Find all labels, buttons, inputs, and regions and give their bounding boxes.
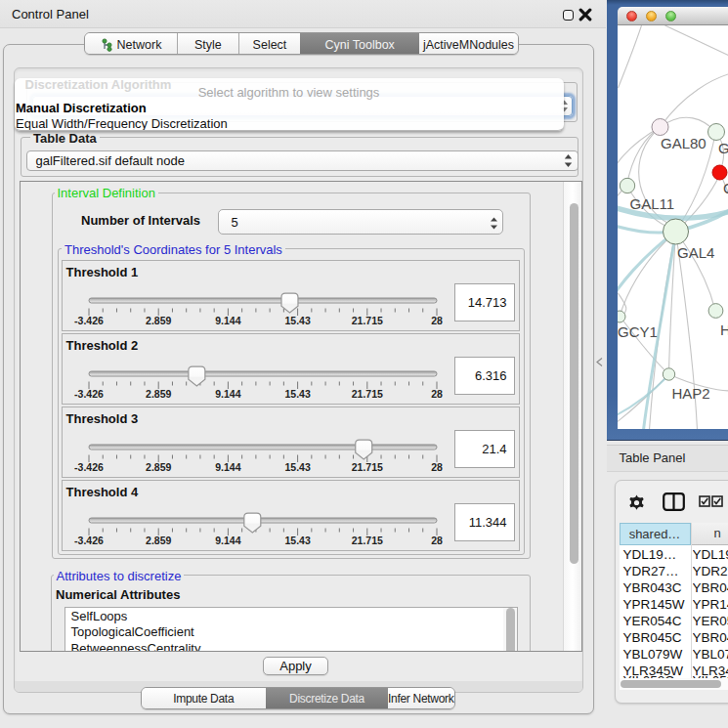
svg-text:21.715: 21.715 [352, 315, 383, 326]
svg-text:9.144: 9.144 [215, 535, 240, 546]
svg-text:C: C [723, 180, 728, 196]
svg-text:21.715: 21.715 [352, 535, 383, 546]
svg-text:GAL4: GAL4 [677, 244, 714, 261]
svg-text:2.859: 2.859 [146, 315, 171, 326]
svg-text:28: 28 [431, 315, 443, 326]
svg-text:15.43: 15.43 [284, 461, 310, 473]
svg-text:-3.426: -3.426 [74, 388, 104, 400]
svg-text:2.859: 2.859 [146, 461, 171, 473]
svg-text:-3.426: -3.426 [74, 535, 104, 546]
svg-text:GA: GA [718, 140, 728, 156]
svg-text:2.859: 2.859 [146, 388, 171, 400]
svg-text:28: 28 [431, 535, 443, 546]
svg-text:-3.426: -3.426 [74, 315, 104, 326]
svg-text:15.43: 15.43 [284, 535, 310, 546]
svg-text:2.859: 2.859 [146, 535, 171, 546]
svg-text:9.144: 9.144 [215, 315, 240, 326]
svg-text:HAP2: HAP2 [671, 385, 709, 402]
svg-text:9.144: 9.144 [215, 388, 240, 400]
svg-text:9.144: 9.144 [215, 461, 240, 473]
svg-text:21.715: 21.715 [352, 461, 383, 473]
svg-text:15.43: 15.43 [284, 315, 310, 326]
svg-text:28: 28 [431, 461, 443, 473]
svg-text:-3.426: -3.426 [74, 461, 104, 473]
svg-text:GAL80: GAL80 [661, 135, 707, 151]
svg-text:H: H [720, 321, 728, 338]
svg-text:28: 28 [431, 388, 443, 400]
svg-text:GCY1: GCY1 [618, 323, 658, 340]
svg-text:21.715: 21.715 [352, 388, 383, 400]
svg-text:15.43: 15.43 [284, 388, 310, 400]
svg-text:GAL11: GAL11 [629, 195, 674, 212]
